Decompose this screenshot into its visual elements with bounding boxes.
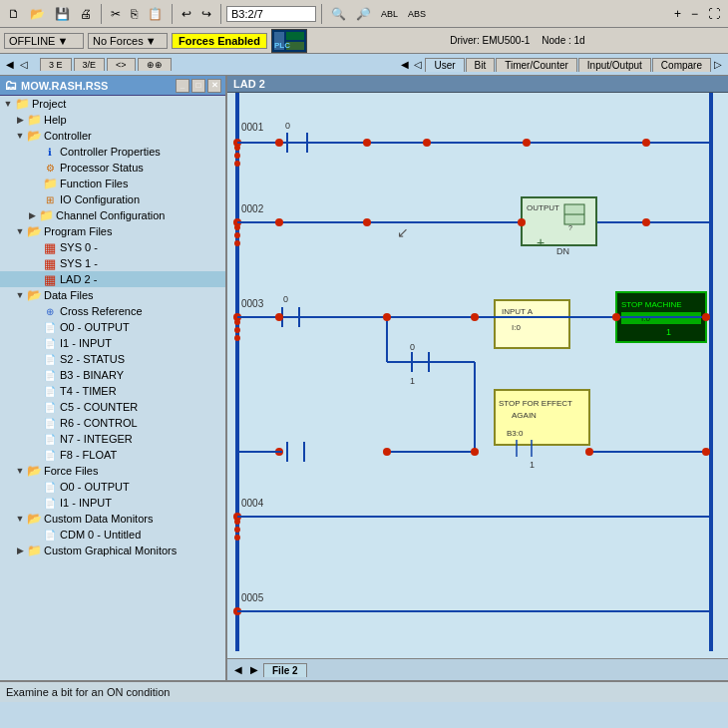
tree-item-c5-counter[interactable]: 📄 C5 - COUNTER xyxy=(0,399,225,415)
tree-icon: 🗂 xyxy=(4,78,17,93)
tree-item-custom-graphical[interactable]: ▶ 📁 Custom Graphical Monitors xyxy=(0,543,225,558)
instr-3e-btn[interactable]: 3 E xyxy=(40,58,72,71)
tree-item-n7-integer[interactable]: 📄 N7 - INTEGER xyxy=(0,431,225,447)
tree-close[interactable]: ✕ xyxy=(207,79,221,93)
abl-btn[interactable]: ABL xyxy=(377,7,402,21)
copy-btn[interactable]: ⎘ xyxy=(127,5,142,23)
lad-nav-right[interactable]: ▶ xyxy=(247,664,261,675)
svg-point-33 xyxy=(275,218,283,226)
tree-item-force-i1[interactable]: 📄 I1 - INPUT xyxy=(0,495,225,511)
instr-nav-left[interactable]: ◀ xyxy=(4,59,16,70)
forces-label: No Forces xyxy=(93,35,144,47)
svg-point-91 xyxy=(234,535,240,541)
tree-item-channel-cfg[interactable]: ▶ 📁 Channel Configuration xyxy=(0,207,225,223)
tree-item-i1-input[interactable]: 📄 I1 - INPUT xyxy=(0,335,225,351)
abs-btn[interactable]: ABS xyxy=(404,7,430,21)
rung-nav-left[interactable]: ◀ xyxy=(399,59,411,70)
tree-item-project[interactable]: ▼ 📁 Project xyxy=(0,96,225,112)
search2-btn[interactable]: 🔎 xyxy=(352,5,375,23)
data-icon: 📄 xyxy=(42,368,58,382)
tab-user[interactable]: User xyxy=(425,58,464,72)
svg-text:I:0: I:0 xyxy=(641,314,650,323)
tree-item-cross-ref[interactable]: ⊕ Cross Reference xyxy=(0,303,225,319)
tab-input-output[interactable]: Input/Output xyxy=(578,58,651,72)
instr-arrow-btn[interactable]: <> xyxy=(107,58,136,71)
tab-timer-counter[interactable]: Timer/Counter xyxy=(496,58,577,72)
expand-btn[interactable]: ⛶ xyxy=(704,5,724,23)
lad-content[interactable]: 0001 0 0002 xyxy=(227,93,728,658)
tree-item-o0-output[interactable]: 📄 O0 - OUTPUT xyxy=(0,319,225,335)
print-btn[interactable]: 🖨 xyxy=(76,5,96,23)
ladder-svg: 0001 0 0002 xyxy=(227,93,716,651)
tab-bit[interactable]: Bit xyxy=(466,58,496,72)
folder-icon: 📁 xyxy=(26,113,42,127)
save-btn[interactable]: 💾 xyxy=(51,5,74,23)
open-btn[interactable]: 📂 xyxy=(26,5,49,23)
tree-item-lad2[interactable]: ▦ LAD 2 - xyxy=(0,271,225,287)
svg-point-81 xyxy=(585,448,593,456)
tree-item-data-files[interactable]: ▼ 📂 Data Files xyxy=(0,287,225,303)
tree-item-t4-timer[interactable]: 📄 T4 - TIMER xyxy=(0,383,225,399)
svg-point-19 xyxy=(234,153,240,159)
tree-item-help[interactable]: ▶ 📁 Help xyxy=(0,112,225,128)
tree-item-force-o0[interactable]: 📄 O0 - OUTPUT xyxy=(0,479,225,495)
zoom-in-btn[interactable]: + xyxy=(670,5,685,23)
rung-nav-right[interactable]: ▷ xyxy=(712,59,724,70)
tree-item-f8-float[interactable]: 📄 F8 - FLOAT xyxy=(0,447,225,463)
svg-point-63 xyxy=(275,313,283,321)
new-btn[interactable]: 🗋 xyxy=(4,5,24,23)
tree-item-s2-status[interactable]: 📄 S2 - STATUS xyxy=(0,351,225,367)
tree-item-sys1[interactable]: ▦ SYS 1 - xyxy=(0,255,225,271)
data-icon: 📄 xyxy=(42,384,58,398)
lad-bottom-tabs: ◀ ▶ File 2 xyxy=(227,658,728,680)
tree-item-cdm0[interactable]: 📄 CDM 0 - Untitled xyxy=(0,527,225,543)
blue-doc-icon: 📄 xyxy=(42,480,58,494)
rung-nav-left2[interactable]: ◁ xyxy=(412,59,424,70)
svg-text:PLC: PLC xyxy=(274,41,290,50)
lad-nav-left[interactable]: ◀ xyxy=(231,664,245,675)
address-input[interactable] xyxy=(226,6,316,22)
tree-item-io-config[interactable]: ⊞ IO Configuration xyxy=(0,191,225,207)
ladder-icon: ▦ xyxy=(42,256,58,270)
folder-icon: 📁 xyxy=(14,97,30,111)
svg-text:0: 0 xyxy=(285,121,290,131)
tree-maximize[interactable]: □ xyxy=(191,79,205,93)
sep2 xyxy=(172,4,173,24)
forces-status[interactable]: No Forces ▼ xyxy=(88,33,168,49)
tree-item-b3-binary[interactable]: 📄 B3 - BINARY xyxy=(0,367,225,383)
svg-text:B3:0: B3:0 xyxy=(507,429,524,438)
undo-btn[interactable]: ↩ xyxy=(178,5,195,23)
tree-item-ctrl-props[interactable]: ℹ Controller Properties xyxy=(0,144,225,160)
tree-item-controller[interactable]: ▼ 📂 Controller xyxy=(0,128,225,144)
cpu-icon: ⚙ xyxy=(42,161,58,175)
connection-status[interactable]: OFFLINE ▼ xyxy=(4,33,84,49)
instr-oo-btn[interactable]: ⊕⊕ xyxy=(138,58,172,71)
instr-3ec-btn[interactable]: 3/E xyxy=(74,58,106,71)
tree-item-func-files[interactable]: 📁 Function Files xyxy=(0,176,225,191)
data-icon: 📄 xyxy=(42,416,58,430)
node-info: Node : 1d xyxy=(542,35,584,46)
paste-btn[interactable]: 📋 xyxy=(144,5,167,23)
svg-text:0: 0 xyxy=(283,294,288,304)
svg-point-14 xyxy=(363,139,371,147)
cut-btn[interactable]: ✂ xyxy=(107,5,125,23)
sep3 xyxy=(220,4,221,24)
zoom-out-btn[interactable]: − xyxy=(687,5,702,23)
tree-item-r6-control[interactable]: 📄 R6 - CONTROL xyxy=(0,415,225,431)
lad-tab-file2[interactable]: File 2 xyxy=(263,663,307,677)
tree-item-proc-status[interactable]: ⚙ Processor Status xyxy=(0,160,225,176)
redo-btn[interactable]: ↪ xyxy=(197,5,215,23)
tree-item-force-files[interactable]: ▼ 📂 Force Files xyxy=(0,463,225,479)
tree-item-sys0[interactable]: ▦ SYS 0 - xyxy=(0,239,225,255)
instr-nav-left2[interactable]: ◁ xyxy=(18,59,30,70)
svg-point-32 xyxy=(234,240,240,246)
search-btn[interactable]: 🔍 xyxy=(327,5,350,23)
tab-compare[interactable]: Compare xyxy=(652,58,711,72)
tree-minimize[interactable]: _ xyxy=(176,79,189,93)
svg-text:0005: 0005 xyxy=(241,592,264,603)
tree-item-custom-data[interactable]: ▼ 📂 Custom Data Monitors xyxy=(0,511,225,527)
svg-point-67 xyxy=(702,313,710,321)
svg-rect-2 xyxy=(286,32,304,40)
tree-item-prog-files[interactable]: ▼ 📂 Program Files xyxy=(0,223,225,239)
svg-text:STOP FOR  EFFECT: STOP FOR EFFECT xyxy=(499,399,572,408)
